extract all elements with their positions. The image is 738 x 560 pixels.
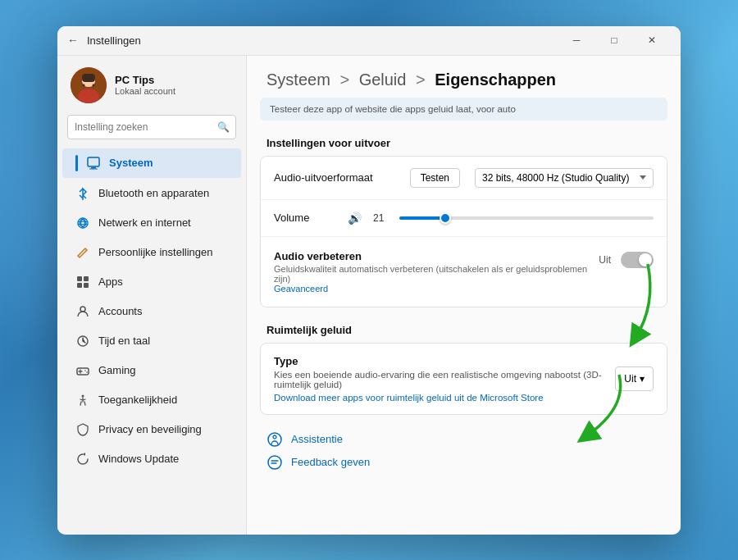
search-icon: 🔍 [217, 121, 230, 133]
breadcrumb-geluid: Geluid [359, 71, 407, 89]
sidebar-item-systeem[interactable]: Systeem [62, 148, 241, 178]
search-box[interactable]: 🔍 [67, 115, 236, 139]
update-icon [75, 452, 90, 467]
sidebar-label-tijd: Tijd en taal [98, 335, 150, 347]
sidebar-label-gaming: Gaming [98, 364, 136, 376]
svg-point-22 [268, 456, 281, 469]
sidebar-item-persoonlijk[interactable]: Persoonlijke instellingen [62, 239, 241, 266]
svg-rect-13 [84, 283, 89, 288]
spatial-link[interactable]: Download meer apps voor ruimtelijk gelui… [274, 393, 615, 403]
svg-point-21 [273, 435, 276, 439]
systeem-icon [86, 156, 101, 171]
breadcrumb-current: Eigenschappen [435, 71, 556, 89]
volume-value: 21 [373, 212, 391, 224]
sidebar-label-systeem: Systeem [109, 157, 153, 169]
tijd-icon [75, 334, 90, 348]
feedback-label: Feedback geven [291, 456, 370, 468]
slider-fill [399, 216, 445, 220]
geavanceerd-link[interactable]: Geavanceerd [274, 284, 590, 294]
netwerk-icon [75, 216, 90, 230]
svg-point-6 [93, 84, 95, 86]
audio-format-select[interactable]: 32 bits, 48000 Hz (Studio Quality) [475, 168, 654, 188]
svg-point-18 [86, 371, 88, 373]
spatial-row: Type Kies een boeiende audio-ervaring di… [261, 344, 667, 414]
sidebar-item-bluetooth[interactable]: Bluetooth en apparaten [62, 180, 241, 207]
maximize-button[interactable]: □ [595, 26, 633, 56]
breadcrumb-sep1: > [339, 71, 353, 89]
audio-verbeteren-row: Audio verbeteren Geluidskwaliteit automa… [261, 237, 667, 307]
svg-rect-8 [91, 167, 96, 169]
svg-point-14 [80, 307, 85, 312]
audio-verbeteren-toggle[interactable] [621, 252, 654, 268]
spatial-info: Type Kies een boeiende audio-ervaring di… [274, 355, 615, 403]
spatial-dropdown-icon: ▾ [640, 373, 645, 385]
audio-format-label: Audio-uitvoerformaat [274, 171, 402, 184]
uitvoer-section-title: Instellingen voor uitvoer [247, 129, 681, 156]
persoonlijk-icon [75, 245, 90, 260]
sidebar-item-accounts[interactable]: Accounts [62, 298, 241, 326]
window-title: Instellingen [87, 34, 558, 47]
sidebar-label-toegankelijkheid: Toegankelijkheid [98, 394, 177, 406]
breadcrumb-systeem: Systeem [266, 71, 330, 89]
ruimtelijk-section-title: Ruimtelijk geluid [247, 316, 681, 343]
sidebar-item-update[interactable]: Windows Update [62, 445, 241, 473]
volume-row: Volume 🔊 21 [261, 200, 667, 237]
svg-rect-4 [82, 74, 95, 82]
svg-point-17 [84, 370, 86, 371]
avatar [71, 67, 107, 103]
sidebar-label-apps: Apps [98, 275, 123, 288]
svg-point-5 [83, 84, 85, 86]
volume-slider[interactable] [399, 216, 654, 220]
spatial-select[interactable]: Uit ▾ [615, 367, 654, 391]
toggle-knob [639, 253, 652, 266]
slider-thumb[interactable] [440, 212, 451, 224]
sidebar-label-update: Windows Update [98, 453, 179, 465]
audio-verbeteren-desc: Geluidskwaliteit automatisch verbeteren … [274, 264, 590, 284]
assistentie-icon [266, 431, 283, 448]
user-name: PC Tips [115, 74, 175, 86]
volume-label: Volume [274, 212, 339, 224]
feedback-link[interactable]: Feedback geven [266, 454, 661, 471]
accounts-icon [75, 304, 90, 319]
sidebar-item-privacy[interactable]: Privacy en beveiliging [62, 416, 241, 444]
toegankelijkheid-icon [75, 393, 90, 407]
uitvoer-card: Audio-uitvoerformaat Testen 32 bits, 480… [260, 156, 667, 307]
window-controls: ─ □ ✕ [558, 26, 671, 56]
svg-rect-12 [77, 283, 82, 288]
back-button[interactable]: ← [67, 34, 79, 47]
ruimtelijk-card: Type Kies een boeiende audio-ervaring di… [260, 343, 667, 415]
top-note: Testeer deze app of website die apps gel… [260, 98, 667, 121]
user-subtitle: Lokaal account [115, 86, 175, 96]
svg-rect-11 [84, 276, 89, 281]
svg-point-19 [82, 394, 84, 397]
audio-verbeteren-toggle-group: Uit [599, 252, 654, 268]
search-input[interactable] [67, 115, 236, 139]
sidebar-label-persoonlijk: Persoonlijke instellingen [98, 246, 212, 258]
content-area: Systeem > Geluid > Eigenschappen Testeer… [246, 56, 681, 535]
svg-rect-9 [89, 168, 98, 169]
sidebar-item-netwerk[interactable]: Netwerk en internet [62, 209, 241, 237]
sidebar: PC Tips Lokaal account 🔍 Systeem [57, 56, 246, 535]
bottom-links: Assistentie Feedback geven [247, 423, 681, 479]
assistentie-link[interactable]: Assistentie [266, 431, 661, 448]
sidebar-item-apps[interactable]: Apps [62, 268, 241, 296]
sidebar-label-privacy: Privacy en beveiliging [98, 423, 202, 435]
privacy-icon [75, 422, 90, 437]
sidebar-label-accounts: Accounts [98, 305, 142, 317]
close-button[interactable]: ✕ [633, 26, 671, 56]
feedback-icon [266, 454, 283, 471]
apps-icon [75, 275, 90, 289]
audio-format-row: Audio-uitvoerformaat Testen 32 bits, 480… [261, 157, 667, 200]
volume-icon: 🔊 [348, 212, 362, 225]
active-indicator [75, 155, 78, 171]
minimize-button[interactable]: ─ [558, 26, 595, 56]
sidebar-label-netwerk: Netwerk en internet [98, 216, 191, 229]
sidebar-item-gaming[interactable]: Gaming [62, 357, 241, 385]
sidebar-item-tijd[interactable]: Tijd en taal [62, 327, 241, 355]
assistentie-label: Assistentie [291, 433, 343, 445]
sidebar-item-toegankelijkheid[interactable]: Toegankelijkheid [62, 386, 241, 414]
spatial-desc: Kies een boeiende audio-ervaring die een… [274, 370, 615, 389]
settings-window: ← Instellingen ─ □ ✕ [57, 26, 681, 535]
test-button[interactable]: Testen [410, 168, 460, 188]
breadcrumb-sep2: > [416, 71, 430, 89]
